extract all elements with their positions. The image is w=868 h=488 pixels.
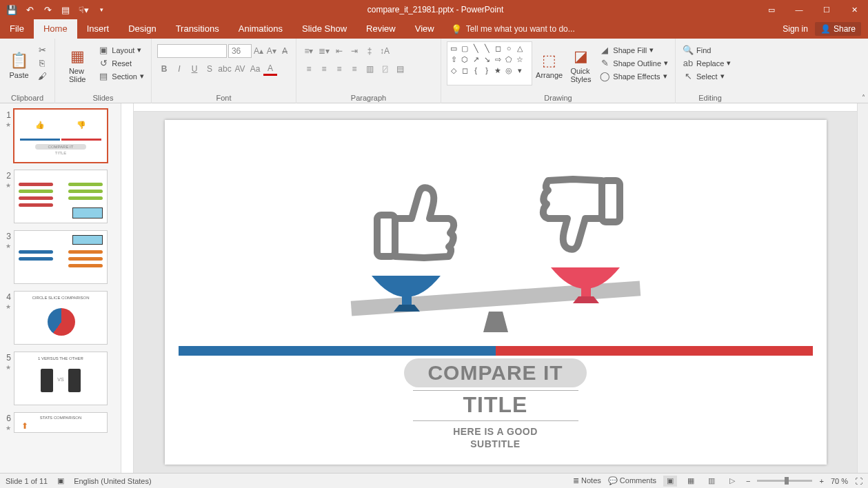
text-direction-button[interactable]: ↕A [378, 44, 392, 58]
zoom-level[interactable]: 70 % [831, 477, 848, 485]
tab-file[interactable]: File [0, 19, 34, 39]
font-size-field[interactable] [229, 46, 251, 56]
thumbnail-3[interactable] [14, 230, 108, 284]
bullets-button[interactable]: ≡▾ [302, 44, 316, 58]
fit-window-icon[interactable]: ⛶ [855, 477, 862, 485]
thumbnail-6[interactable]: STATS COMPARISON ⬆ [14, 412, 108, 433]
case-button[interactable]: Aa [248, 62, 262, 76]
align-left-button[interactable]: ≡ [302, 62, 316, 76]
slide[interactable]: COMPARE IT TITLE HERE IS A GOOD SUBTITLE [165, 120, 827, 465]
align-text-button[interactable]: ⍁ [378, 62, 392, 76]
quick-access-toolbar: 💾 ↶ ↷ ▤ ☟▾ ▾ [0, 2, 113, 17]
shape-effects-label: Shape Effects [613, 72, 660, 81]
undo-icon[interactable]: ↶ [22, 2, 37, 17]
shapes-gallery[interactable]: ▭▢╲╲◻○△ ⇧⬡↗↘⇨⬠☆ ◇◻{}★◎▾ [447, 41, 532, 85]
section-button[interactable]: ▤Section ▾ [97, 70, 145, 82]
justify-button[interactable]: ≡ [347, 62, 361, 76]
minimize-icon[interactable]: — [785, 0, 813, 19]
shape-outline-label: Shape Outline [613, 59, 661, 68]
redo-icon[interactable]: ↷ [40, 2, 55, 17]
arrange-button[interactable]: ⬚Arrange [535, 41, 564, 90]
smartart-button[interactable]: ▤ [393, 62, 407, 76]
increase-indent-button[interactable]: ⇥ [347, 44, 361, 58]
select-label: Select [696, 72, 718, 81]
shape-outline-button[interactable]: ✎Shape Outline ▾ [598, 57, 669, 69]
font-name-input[interactable] [157, 44, 227, 58]
maximize-icon[interactable]: ☐ [813, 0, 840, 19]
zoom-in-icon[interactable]: + [819, 477, 823, 485]
shape-fill-button[interactable]: ◢Shape Fill ▾ [598, 44, 669, 56]
tab-design[interactable]: Design [119, 19, 165, 39]
thumbnail-4[interactable]: CIRCLE SLICE COMPARISON [14, 291, 108, 345]
share-button[interactable]: 👤Share [815, 22, 861, 36]
thumb-number: 6 [6, 414, 11, 423]
spell-check-icon[interactable]: ▣ [57, 476, 64, 485]
align-right-button[interactable]: ≡ [332, 62, 346, 76]
tab-home[interactable]: Home [34, 19, 77, 39]
sign-in-link[interactable]: Sign in [783, 24, 808, 34]
format-painter-button[interactable]: 🖌 [35, 70, 49, 82]
zoom-out-icon[interactable]: − [746, 477, 750, 485]
decrease-indent-button[interactable]: ⇤ [332, 44, 346, 58]
tab-animations[interactable]: Animations [229, 19, 292, 39]
tab-slideshow[interactable]: Slide Show [292, 19, 356, 39]
paste-button[interactable]: 📋Paste [6, 41, 32, 90]
thumbnail-2[interactable] [14, 170, 108, 223]
collapse-ribbon-icon[interactable]: ˄ [862, 94, 865, 101]
sorter-view-icon[interactable]: ▦ [684, 476, 698, 487]
tell-me-search[interactable]: 💡Tell me what you want to do... [451, 24, 575, 34]
start-from-beginning-icon[interactable]: ▤ [58, 2, 73, 17]
new-slide-button[interactable]: ▦New Slide [61, 41, 94, 90]
italic-button[interactable]: I [172, 62, 186, 76]
ribbon-options-icon[interactable]: ▭ [758, 0, 785, 19]
group-label: Font [152, 94, 296, 102]
columns-button[interactable]: ▥ [363, 62, 376, 76]
qat-more-icon[interactable]: ▾ [94, 2, 109, 17]
comments-button[interactable]: 💬 Comments [608, 476, 656, 485]
normal-view-icon[interactable]: ▣ [663, 476, 677, 487]
strike-button[interactable]: S [203, 62, 216, 76]
tab-view[interactable]: View [405, 19, 444, 39]
select-button[interactable]: ↖Select ▾ [681, 70, 732, 82]
bold-button[interactable]: B [157, 62, 171, 76]
zoom-slider[interactable] [757, 480, 812, 482]
shrink-font-button[interactable]: A▾ [265, 44, 277, 58]
grow-font-button[interactable]: A▴ [253, 44, 265, 58]
language-indicator[interactable]: English (United States) [74, 477, 152, 485]
replace-button[interactable]: abReplace ▾ [681, 57, 732, 69]
layout-button[interactable]: ▣Layout ▾ [97, 44, 145, 56]
shape-effects-button[interactable]: ◯Shape Effects ▾ [598, 70, 669, 82]
font-name-field[interactable] [158, 46, 226, 56]
tab-insert[interactable]: Insert [77, 19, 119, 39]
underline-button[interactable]: U [188, 62, 201, 76]
cut-button[interactable]: ✂ [35, 44, 49, 56]
align-center-button[interactable]: ≡ [317, 62, 331, 76]
save-icon[interactable]: 💾 [4, 2, 19, 17]
numbering-button[interactable]: ≣▾ [317, 44, 331, 58]
copy-button[interactable]: ⎘ [35, 57, 49, 69]
close-icon[interactable]: ✕ [840, 0, 868, 19]
tab-transitions[interactable]: Transitions [166, 19, 229, 39]
notes-label: Notes [581, 476, 601, 485]
divider [413, 390, 578, 391]
page-indicator[interactable]: Slide 1 of 11 [6, 477, 48, 485]
tab-review[interactable]: Review [356, 19, 405, 39]
font-color-button[interactable]: A [263, 62, 277, 76]
line-spacing-button[interactable]: ‡ [363, 44, 376, 58]
group-clipboard: 📋Paste ✂ ⎘ 🖌 Clipboard [0, 39, 55, 103]
reset-button[interactable]: ↺Reset [97, 57, 145, 69]
reading-view-icon[interactable]: ▥ [705, 476, 718, 487]
clear-format-button[interactable]: A̶ [279, 44, 290, 58]
scrollbar-vertical[interactable] [857, 103, 868, 473]
notes-button[interactable]: ≣ Notes [573, 476, 601, 485]
shadow-button[interactable]: abc [218, 62, 232, 76]
find-button[interactable]: 🔍Find [681, 44, 732, 56]
font-size-input[interactable] [228, 44, 252, 58]
document-title: compare_it_21981.pptx - PowerPoint [113, 5, 758, 14]
quick-styles-button[interactable]: ◪Quick Styles [567, 41, 596, 90]
thumbnail-5[interactable]: 1 VERSUS THE OTHER VS [14, 352, 108, 405]
slideshow-view-icon[interactable]: ▷ [725, 476, 739, 487]
touch-mode-icon[interactable]: ☟▾ [76, 2, 91, 17]
thumbnail-1[interactable]: 👍 👎 COMPARE IT TITLE [14, 109, 108, 163]
spacing-button[interactable]: AV [233, 62, 247, 76]
